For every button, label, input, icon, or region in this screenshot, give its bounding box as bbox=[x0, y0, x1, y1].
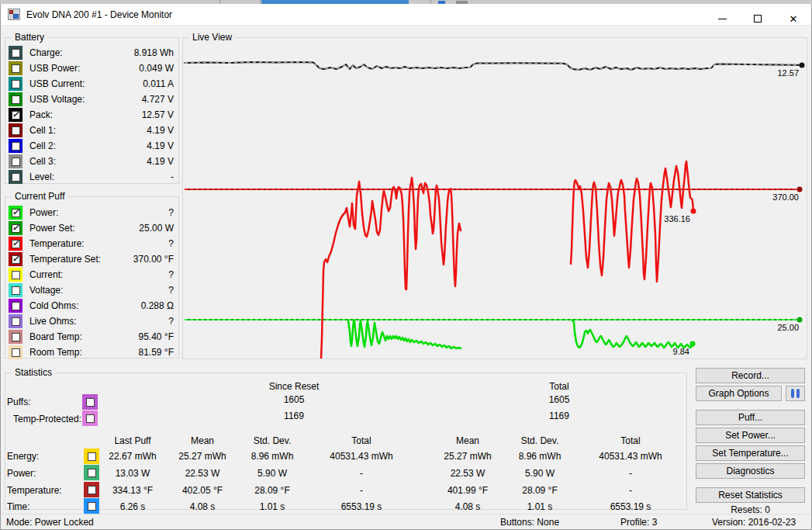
row-value: 370.00 °F bbox=[133, 251, 174, 267]
diagnostics-button[interactable]: Diagnostics bbox=[696, 463, 805, 479]
live-view-group: Live View 370.0025.0012.57336.169.84 bbox=[182, 37, 807, 359]
energy-total-2: 40531.43 mWh bbox=[599, 451, 662, 462]
temperature-checkbox[interactable] bbox=[9, 237, 22, 251]
time-total: 6553.19 s bbox=[341, 501, 382, 512]
row-label: Voltage: bbox=[29, 282, 63, 298]
temperature-last-puff: 334.13 °F bbox=[112, 485, 153, 496]
power-stat-checkbox[interactable] bbox=[84, 465, 99, 480]
row-value: ? bbox=[168, 205, 174, 220]
temperature-label: Temperature: bbox=[7, 485, 62, 496]
maximize-icon bbox=[754, 15, 762, 23]
svg-text:9.84: 9.84 bbox=[673, 347, 689, 356]
record-button[interactable]: Record... bbox=[696, 368, 805, 383]
col-header-mean-2: Mean bbox=[456, 435, 479, 446]
row-value: 4.19 V bbox=[147, 123, 174, 138]
power-set-checkbox[interactable] bbox=[9, 221, 22, 235]
temperature-set-checkbox[interactable] bbox=[9, 252, 22, 266]
row-label: Room Temp: bbox=[29, 345, 82, 360]
time-mean: 4.08 s bbox=[190, 501, 216, 512]
live-ohms-checkbox[interactable] bbox=[9, 314, 22, 328]
time-std-dev: 1.01 s bbox=[260, 501, 285, 512]
board-temp-checkbox[interactable] bbox=[9, 330, 22, 344]
cell2-checkbox[interactable] bbox=[9, 139, 22, 153]
status-mode: Mode: Power Locked bbox=[6, 514, 94, 530]
col-header-total-2: Total bbox=[620, 435, 640, 446]
status-profile: Profile: 3 bbox=[620, 514, 657, 530]
svg-text:370.00: 370.00 bbox=[772, 192, 799, 202]
usb-voltage-checkbox[interactable] bbox=[9, 92, 22, 106]
temperature-mean: 402.05 °F bbox=[182, 485, 223, 496]
battery-row-usb-power: USB Power:0.049 W bbox=[9, 61, 174, 76]
energy-mean-2: 25.27 mWh bbox=[444, 451, 491, 462]
reset-statistics-button[interactable]: Reset Statistics bbox=[696, 487, 805, 503]
usb-current-checkbox[interactable] bbox=[9, 77, 22, 91]
temperature-stat-checkbox[interactable] bbox=[84, 482, 99, 497]
live-view-chart[interactable]: 370.0025.0012.57336.169.84 bbox=[183, 38, 807, 359]
row-label: Board Temp: bbox=[29, 329, 82, 345]
cell1-checkbox[interactable] bbox=[9, 123, 22, 137]
pause-graph-button[interactable] bbox=[786, 386, 805, 401]
statistics-group-title: Statistics bbox=[12, 367, 55, 378]
puff-button[interactable]: Puff... bbox=[696, 410, 805, 425]
app-icon bbox=[8, 9, 20, 20]
pack-checkbox[interactable] bbox=[9, 108, 22, 122]
time-label: Time: bbox=[7, 501, 30, 512]
minimize-button[interactable] bbox=[704, 8, 740, 29]
puffs-since-reset: 1605 bbox=[284, 394, 305, 405]
status-bar: Mode: Power Locked Buttons: None Profile… bbox=[0, 514, 812, 530]
maximize-button[interactable] bbox=[740, 8, 776, 29]
cold-ohms-checkbox[interactable] bbox=[9, 299, 22, 313]
row-value: ? bbox=[168, 282, 174, 298]
temp-protected-checkbox[interactable] bbox=[82, 410, 98, 426]
row-value: 0.011 A bbox=[143, 76, 174, 92]
temp-protected-total: 1169 bbox=[549, 410, 569, 421]
energy-label: Energy: bbox=[7, 451, 39, 462]
minimize-icon bbox=[718, 19, 727, 19]
room-temp-checkbox[interactable] bbox=[9, 345, 22, 359]
energy-std-dev: 8.96 mWh bbox=[251, 451, 294, 462]
current-puff-group-title: Current Puff bbox=[12, 191, 67, 202]
temperature-total: - bbox=[360, 485, 363, 496]
svg-text:12.57: 12.57 bbox=[777, 68, 799, 78]
battery-row-cell1: Cell 1:4.19 V bbox=[9, 123, 174, 138]
current-checkbox[interactable] bbox=[9, 268, 22, 282]
row-label: Power Set: bbox=[29, 220, 75, 236]
graph-options-button[interactable]: Graph Options bbox=[696, 386, 782, 401]
puff-row-cold-ohms: Cold Ohms:0.288 Ω bbox=[9, 298, 174, 313]
puffs-checkbox[interactable] bbox=[82, 394, 98, 410]
energy-last-puff: 22.67 mWh bbox=[109, 451, 156, 462]
puff-row-voltage: Voltage:? bbox=[9, 282, 174, 298]
set-power-button[interactable]: Set Power... bbox=[696, 428, 805, 443]
close-button[interactable]: ✕ bbox=[776, 8, 811, 29]
voltage-checkbox[interactable] bbox=[9, 283, 22, 297]
power-last-puff: 13.03 W bbox=[116, 468, 150, 479]
current-puff-group: Current Puff Power:? Power Set:25.00 W T… bbox=[5, 196, 179, 359]
battery-row-charge: Charge:8.918 Wh bbox=[9, 45, 174, 61]
power-checkbox[interactable] bbox=[9, 206, 22, 220]
puffs-label: Puffs: bbox=[7, 397, 30, 407]
level-checkbox[interactable] bbox=[9, 170, 22, 184]
row-value: 95.40 °F bbox=[139, 329, 174, 345]
usb-power-checkbox[interactable] bbox=[9, 61, 22, 75]
col-header-total: Total bbox=[351, 435, 371, 446]
row-label: Power: bbox=[29, 205, 58, 220]
row-value: ? bbox=[168, 267, 174, 282]
row-label: Cold Ohms: bbox=[29, 298, 78, 313]
time-std-dev-2: 1.01 s bbox=[527, 501, 553, 512]
battery-row-cell2: Cell 2:4.19 V bbox=[9, 138, 174, 154]
cell3-checkbox[interactable] bbox=[9, 154, 22, 168]
charge-checkbox[interactable] bbox=[9, 46, 22, 60]
power-mean: 22.53 W bbox=[185, 468, 220, 479]
puff-row-temperature: Temperature:? bbox=[9, 236, 174, 251]
time-checkbox[interactable] bbox=[84, 498, 99, 514]
row-value: 4.19 V bbox=[147, 138, 174, 154]
row-label: Temperature: bbox=[29, 236, 85, 251]
total-header: Total bbox=[549, 381, 568, 392]
temp-protected-label: Temp-Protected: bbox=[13, 414, 81, 424]
row-label: Temperature Set: bbox=[29, 251, 101, 267]
pause-icon bbox=[791, 389, 794, 398]
energy-checkbox[interactable] bbox=[84, 449, 99, 464]
set-temperature-button[interactable]: Set Temperature... bbox=[696, 445, 805, 461]
time-total-2: 6553.19 s bbox=[610, 501, 651, 512]
row-label: USB Voltage: bbox=[29, 92, 85, 107]
